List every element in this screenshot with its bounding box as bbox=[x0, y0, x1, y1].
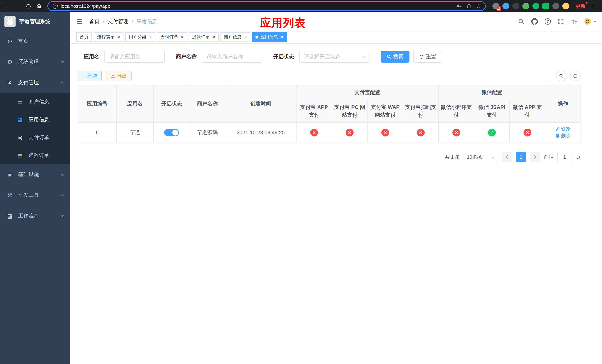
sidebar-item-infrastructure[interactable]: ▣ 基础设施 bbox=[0, 164, 70, 185]
share-icon[interactable] bbox=[466, 3, 472, 9]
extension-icon[interactable]: 10 bbox=[492, 3, 499, 10]
reload-button[interactable] bbox=[24, 1, 33, 11]
export-button[interactable]: 导出 bbox=[106, 71, 132, 81]
table-toolbar: + 新增 导出 bbox=[78, 71, 580, 81]
extension-icon[interactable] bbox=[522, 3, 529, 10]
chevron-up-icon bbox=[61, 81, 64, 85]
fullscreen-icon[interactable] bbox=[558, 18, 564, 25]
close-icon[interactable]: × bbox=[281, 35, 283, 39]
sidebar-item-dev-tools[interactable]: ⚒ 研发工具 bbox=[0, 185, 70, 205]
home-button[interactable] bbox=[34, 1, 44, 11]
app-name-label: 应用名 bbox=[84, 53, 99, 60]
sidebar-item-pay-order[interactable]: ◉ 支付订单 bbox=[0, 128, 70, 146]
cell-status bbox=[153, 122, 190, 143]
prev-page-button[interactable] bbox=[502, 152, 512, 162]
close-icon[interactable]: × bbox=[117, 35, 120, 39]
add-button[interactable]: + 新增 bbox=[78, 71, 102, 81]
sidebar-item-home[interactable]: ⊙ 首页 bbox=[0, 31, 70, 52]
search-icon[interactable] bbox=[518, 18, 525, 25]
user-avatar-menu[interactable] bbox=[584, 18, 596, 25]
font-size-icon[interactable] bbox=[571, 18, 578, 25]
page-size-select[interactable]: 10条/页 bbox=[463, 152, 498, 162]
forward-button[interactable]: → bbox=[13, 1, 23, 11]
status-icon bbox=[381, 129, 389, 137]
reset-button[interactable]: 重置 bbox=[413, 51, 442, 63]
cell-merchant: 芋道源码 bbox=[190, 122, 225, 143]
app-table: 应用编号 应用名 开启状态 商户名称 创建时间 支付宝配置 微信配置 操作 支付… bbox=[78, 85, 581, 143]
delete-link[interactable]: 删除 bbox=[555, 133, 570, 139]
sidebar-item-merchant-info[interactable]: ▭ 商户信息 bbox=[0, 93, 70, 111]
tab-label: 用户分组 bbox=[129, 34, 146, 40]
tab-refund-order[interactable]: 退款订单 × bbox=[189, 32, 219, 42]
search-icon bbox=[387, 54, 391, 59]
extension-icon[interactable] bbox=[552, 3, 559, 10]
sidebar-item-system[interactable]: ⚙ 系统管理 bbox=[0, 52, 70, 72]
tab-process-form[interactable]: 流程表单 × bbox=[94, 32, 123, 42]
breadcrumb-home[interactable]: 首页 bbox=[89, 18, 100, 25]
payment-submenu: ▭ 商户信息 ▦ 应用信息 ◉ 支付订单 ▤ 退款订单 bbox=[0, 93, 70, 164]
profile-avatar-icon[interactable] bbox=[562, 3, 569, 10]
back-button[interactable]: ← bbox=[3, 1, 13, 11]
avatar bbox=[584, 18, 591, 25]
status-icon bbox=[346, 129, 354, 137]
close-icon[interactable]: × bbox=[213, 35, 215, 39]
chrome-update-button[interactable]: 更新 bbox=[573, 3, 588, 10]
next-page-button[interactable] bbox=[530, 152, 540, 162]
cell-wx-lite bbox=[439, 122, 474, 143]
logo-link[interactable]: 芋道管理系统 bbox=[0, 12, 70, 31]
sidebar-item-workflow[interactable]: ▨ 工作流程 bbox=[0, 205, 70, 226]
column-header-status: 开启状态 bbox=[153, 85, 190, 122]
cell-alipay-wap bbox=[367, 122, 403, 143]
cell-app-id: 6 bbox=[78, 122, 117, 143]
column-header-alipay-pc: 支付宝 PC 网站支付 bbox=[332, 100, 367, 122]
tab-home[interactable]: 首页 bbox=[76, 32, 92, 42]
grid-icon: ▦ bbox=[17, 117, 23, 123]
column-header-alipay-wap: 支付宝 WAP 网站支付 bbox=[367, 100, 403, 122]
briefcase-icon: ▨ bbox=[7, 213, 13, 219]
goto-page-input[interactable] bbox=[557, 152, 572, 162]
chevron-down-icon bbox=[61, 193, 64, 196]
tab-user-group[interactable]: 用户分组 × bbox=[125, 32, 155, 42]
home-icon bbox=[36, 3, 42, 9]
close-icon[interactable]: × bbox=[244, 35, 247, 39]
sidebar-item-refund-order[interactable]: ▤ 退款订单 bbox=[0, 146, 70, 164]
url-bar[interactable]: i localhost:1024/pay/app ☆ bbox=[47, 1, 486, 11]
browser-menu-button[interactable]: ⋮ bbox=[589, 3, 599, 10]
help-icon[interactable]: ? bbox=[545, 18, 551, 25]
column-header-app-id: 应用编号 bbox=[78, 85, 117, 122]
toggle-search-button[interactable] bbox=[556, 71, 567, 81]
refresh-table-button[interactable] bbox=[570, 71, 580, 81]
sidebar-item-label: 支付订单 bbox=[29, 134, 49, 141]
status-select[interactable]: 请选择开启状态 bbox=[299, 51, 369, 63]
extension-icon[interactable] bbox=[502, 3, 509, 10]
breadcrumb-payment[interactable]: 支付管理 bbox=[108, 18, 129, 25]
tab-label: 流程表单 bbox=[97, 34, 115, 40]
merchant-name-input[interactable] bbox=[202, 51, 262, 63]
chevron-down-icon bbox=[362, 55, 366, 58]
github-icon[interactable] bbox=[531, 18, 538, 25]
search-button[interactable]: 搜索 bbox=[381, 51, 409, 63]
hamburger-icon[interactable] bbox=[76, 18, 86, 25]
tab-app-info[interactable]: 应用信息 × bbox=[252, 32, 287, 42]
extension-icon[interactable] bbox=[532, 3, 539, 10]
monitor-icon: ▣ bbox=[7, 171, 13, 178]
column-header-wx-lite: 微信小程序支付 bbox=[439, 100, 474, 122]
cell-wx-jsapi bbox=[474, 122, 510, 143]
sidebar-item-app-info[interactable]: ▦ 应用信息 bbox=[0, 111, 70, 128]
tab-pay-order[interactable]: 支付订单 × bbox=[157, 32, 187, 42]
sidebar-item-payment[interactable]: ¥ 支付管理 bbox=[0, 72, 70, 93]
extension-icon[interactable] bbox=[512, 3, 519, 10]
site-info-icon[interactable]: i bbox=[53, 3, 58, 9]
page-number-current[interactable]: 1 bbox=[516, 152, 526, 162]
tab-merchant-info[interactable]: 商户信息 × bbox=[220, 32, 250, 42]
close-icon[interactable]: × bbox=[181, 35, 183, 39]
cell-alipay-pc bbox=[332, 122, 367, 143]
edit-link[interactable]: 修改 bbox=[555, 126, 570, 132]
chevron-down-icon bbox=[61, 214, 64, 217]
bookmark-star-icon[interactable]: ☆ bbox=[476, 3, 481, 9]
app-name-input[interactable] bbox=[104, 51, 165, 63]
status-toggle[interactable] bbox=[164, 129, 179, 136]
close-icon[interactable]: × bbox=[149, 35, 152, 39]
extension-icon[interactable] bbox=[542, 3, 549, 10]
password-key-icon[interactable] bbox=[456, 3, 462, 9]
